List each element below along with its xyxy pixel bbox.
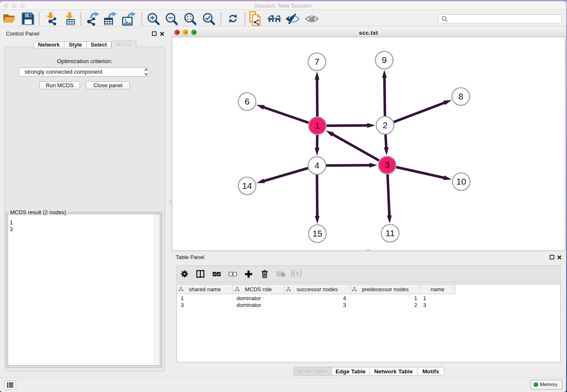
svg-text:15: 15 <box>312 229 322 238</box>
svg-text:11: 11 <box>385 228 395 238</box>
svg-text:1: 1 <box>315 121 320 130</box>
svg-text:7: 7 <box>314 57 319 66</box>
svg-text:3: 3 <box>385 160 390 170</box>
svg-text:8: 8 <box>458 91 463 101</box>
svg-text:14: 14 <box>242 181 252 190</box>
svg-text:6: 6 <box>245 97 250 106</box>
svg-text:2: 2 <box>383 120 388 130</box>
svg-text:9: 9 <box>382 55 387 65</box>
svg-text:4: 4 <box>314 160 319 170</box>
svg-text:10: 10 <box>456 177 466 186</box>
